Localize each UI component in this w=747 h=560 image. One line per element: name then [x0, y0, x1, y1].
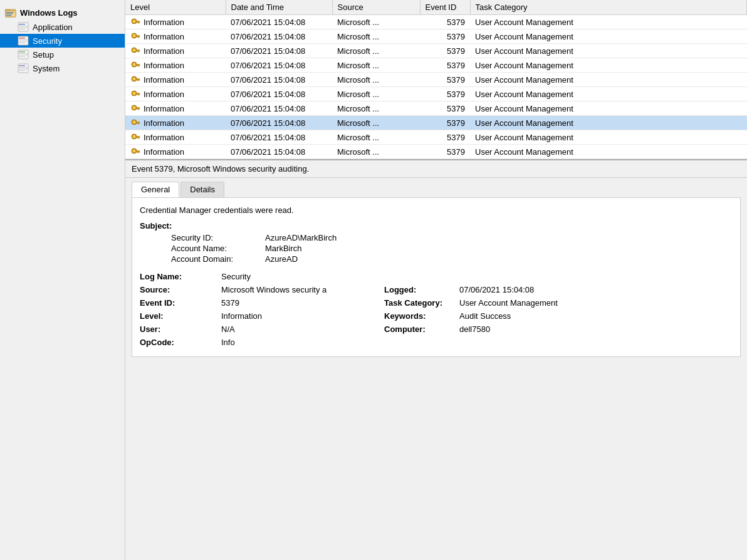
- sidebar-item-application-label: Application: [33, 23, 73, 32]
- meta-row: OpCode:Info: [140, 336, 733, 349]
- meta-row: User:N/AComputer:dell7580: [140, 323, 733, 336]
- col-header-datetime[interactable]: Date and Time: [226, 0, 332, 15]
- source-cell: Microsoft ...: [332, 44, 420, 58]
- datetime-cell: 07/06/2021 15:04:08: [226, 29, 332, 44]
- source-cell: Microsoft ...: [332, 73, 420, 87]
- table-row[interactable]: Information 07/06/2021 15:04:08Microsoft…: [125, 87, 747, 101]
- table-row[interactable]: Information 07/06/2021 15:04:08Microsoft…: [125, 101, 747, 116]
- windows-logs-label: Windows Logs: [20, 8, 78, 18]
- detail-subject-label: Subject:: [140, 221, 733, 231]
- table-row[interactable]: Information 07/06/2021 15:04:08Microsoft…: [125, 15, 747, 29]
- event-table: Level Date and Time Source Event ID Task…: [125, 0, 747, 159]
- datetime-cell: 07/06/2021 15:04:08: [226, 44, 332, 58]
- svg-rect-25: [19, 70, 25, 71]
- eventid-cell: 5379: [420, 145, 470, 159]
- event-list[interactable]: Level Date and Time Source Event ID Task…: [125, 0, 747, 160]
- svg-rect-74: [138, 152, 139, 153]
- svg-rect-70: [137, 138, 138, 138]
- meta-value: Information: [221, 309, 378, 323]
- svg-rect-45: [137, 66, 138, 66]
- table-row[interactable]: Information 07/06/2021 15:04:08Microsoft…: [125, 44, 747, 58]
- meta-label: Event ID:: [140, 296, 221, 309]
- svg-rect-58: [137, 108, 140, 109]
- svg-rect-20: [19, 56, 25, 57]
- datetime-cell: 07/06/2021 15:04:08: [226, 101, 332, 116]
- datetime-cell: 07/06/2021 15:04:08: [226, 87, 332, 101]
- svg-rect-68: [137, 137, 140, 138]
- svg-rect-59: [138, 109, 139, 110]
- meta-label2: Computer:: [378, 323, 459, 336]
- svg-point-32: [133, 34, 135, 37]
- eventid-cell: 5379: [420, 58, 470, 73]
- meta-label: User:: [140, 323, 221, 336]
- sidebar-item-system[interactable]: System: [0, 61, 125, 75]
- category-cell: User Account Management: [470, 73, 747, 87]
- tab-general[interactable]: General: [132, 182, 179, 197]
- meta-row: Log Name:Security: [140, 270, 733, 283]
- svg-rect-19: [19, 55, 28, 56]
- svg-rect-3: [6, 12, 14, 13]
- table-row[interactable]: Information 07/06/2021 15:04:08Microsoft…: [125, 73, 747, 87]
- sidebar-item-security[interactable]: Security: [0, 34, 125, 48]
- svg-rect-49: [138, 80, 139, 81]
- table-row[interactable]: Information 07/06/2021 15:04:08Microsoft…: [125, 58, 747, 73]
- eventid-cell: 5379: [420, 44, 470, 58]
- svg-rect-64: [138, 123, 139, 125]
- svg-point-67: [133, 135, 135, 138]
- field-row-account-domain: Account Domain: AzureAD: [171, 254, 733, 264]
- table-row[interactable]: Information 07/06/2021 15:04:08Microsoft…: [125, 130, 747, 145]
- meta-label2: Keywords:: [378, 309, 459, 323]
- svg-rect-10: [19, 29, 25, 29]
- field-value-account-domain: AzureAD: [265, 254, 298, 264]
- eventid-cell: 5379: [420, 116, 470, 130]
- sidebar-item-application[interactable]: Application: [0, 20, 125, 34]
- svg-point-42: [133, 63, 135, 66]
- field-row-security-id: Security ID: AzureAD\MarkBirch: [171, 233, 733, 242]
- svg-rect-44: [138, 66, 139, 67]
- datetime-cell: 07/06/2021 15:04:08: [226, 130, 332, 145]
- source-cell: Microsoft ...: [332, 15, 420, 29]
- sidebar-group-windows-logs[interactable]: Windows Logs: [0, 5, 125, 20]
- key-icon: [130, 89, 140, 99]
- svg-rect-8: [19, 26, 28, 26]
- meta-value2: dell7580: [459, 323, 733, 336]
- svg-rect-55: [137, 95, 138, 95]
- key-icon: [130, 132, 140, 142]
- detail-description: Credential Manager credentials were read…: [140, 205, 733, 215]
- svg-rect-9: [19, 28, 28, 28]
- col-header-eventid[interactable]: Event ID: [420, 0, 470, 15]
- sidebar-item-setup[interactable]: Setup: [0, 48, 125, 61]
- key-icon: [130, 103, 140, 113]
- detail-fields: Security ID: AzureAD\MarkBirch Account N…: [140, 233, 733, 264]
- meta-row: Source:Microsoft Windows security aLogge…: [140, 283, 733, 296]
- svg-rect-50: [137, 80, 138, 81]
- svg-rect-22: [19, 65, 25, 66]
- col-header-level[interactable]: Level: [125, 0, 226, 15]
- svg-rect-13: [19, 39, 28, 40]
- category-cell: User Account Management: [470, 130, 747, 145]
- col-header-source[interactable]: Source: [332, 0, 420, 15]
- svg-rect-29: [138, 23, 139, 24]
- svg-rect-48: [137, 79, 140, 80]
- key-icon: [130, 60, 140, 70]
- level-cell: Information: [125, 29, 226, 44]
- svg-point-27: [133, 20, 135, 23]
- tab-details[interactable]: Details: [180, 182, 224, 197]
- col-header-taskcategory[interactable]: Task Category: [470, 0, 747, 15]
- table-row[interactable]: Information 07/06/2021 15:04:08Microsoft…: [125, 116, 747, 130]
- field-row-account-name: Account Name: MarkBirch: [171, 244, 733, 253]
- table-row[interactable]: Information 07/06/2021 15:04:08Microsoft…: [125, 29, 747, 44]
- category-cell: User Account Management: [470, 87, 747, 101]
- sidebar: Windows Logs Application Security: [0, 0, 125, 560]
- level-cell: Information: [125, 73, 226, 87]
- meta-value: Info: [221, 336, 378, 349]
- svg-point-72: [133, 150, 135, 152]
- setup-icon: [18, 49, 29, 60]
- category-cell: User Account Management: [470, 44, 747, 58]
- svg-rect-54: [138, 95, 139, 96]
- table-row[interactable]: Information 07/06/2021 15:04:08Microsoft…: [125, 145, 747, 159]
- meta-value: N/A: [221, 323, 378, 336]
- eventid-cell: 5379: [420, 130, 470, 145]
- key-icon: [130, 147, 140, 157]
- meta-value2: User Account Management: [459, 296, 733, 309]
